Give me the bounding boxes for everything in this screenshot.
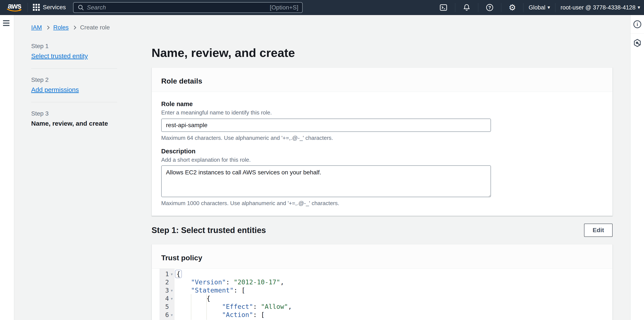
step-link-select-trusted-entity[interactable]: Select trusted entity <box>31 52 88 60</box>
code-line-3[interactable]: "Statement": [ <box>174 286 612 295</box>
gutter-row[interactable]: 1▾ <box>160 270 174 278</box>
code-line-7[interactable]: "sts:AssumeRole" <box>174 319 612 320</box>
chevron-right-icon <box>72 25 76 29</box>
code-line-6[interactable]: "Action": [ <box>174 311 612 319</box>
info-icon: i <box>633 20 642 29</box>
search-input[interactable] <box>87 4 267 11</box>
card-body: Role name Enter a meaningful name to ide… <box>152 92 612 216</box>
edit-button[interactable]: Edit <box>584 224 612 237</box>
step1-section-title: Step 1: Select trusted entities <box>152 224 266 237</box>
breadcrumb-link-iam[interactable]: IAM <box>31 24 42 31</box>
bell-icon <box>462 3 471 11</box>
right-tools-rail: i <box>630 15 644 320</box>
left-navigation-rail <box>0 15 14 320</box>
fold-caret-icon[interactable]: ▾ <box>169 313 174 317</box>
services-grid-icon <box>33 4 40 11</box>
divider <box>31 68 117 68</box>
code-line-5[interactable]: "Effect": "Allow", <box>174 303 612 311</box>
role-name-input[interactable] <box>161 119 491 132</box>
aws-logo[interactable]: aws <box>6 2 22 12</box>
divider <box>501 3 501 12</box>
gutter-row[interactable]: 6▾ <box>160 311 174 319</box>
step-number: Step 2 <box>31 76 117 83</box>
description-constraint: Maximum 1000 characters. Use alphanumeri… <box>161 200 603 207</box>
help-icon: ? <box>486 3 494 11</box>
hexagon-tool-icon <box>633 38 642 47</box>
services-menu[interactable]: Services <box>33 4 66 11</box>
hamburger-menu-icon[interactable] <box>3 20 10 26</box>
aws-smile-icon <box>6 8 22 12</box>
gear-icon: ⚙ <box>508 3 516 11</box>
trust-policy-card: Trust policy 1▾23▾4▾56▾7 { "Version": "2… <box>152 244 612 320</box>
code-line-2[interactable]: "Version": "2012-10-17", <box>174 278 612 286</box>
breadcrumb-current: Create role <box>80 24 110 31</box>
role-details-card: Role details Role name Enter a meaningfu… <box>152 67 612 216</box>
step-current-name-review-create: Name, review, and create <box>31 119 108 128</box>
gutter-row[interactable]: 7 <box>160 319 174 320</box>
card-header: Role details <box>152 68 612 92</box>
cloudshell-terminal-icon <box>439 3 448 12</box>
gutter-row[interactable]: 3▾ <box>160 286 174 295</box>
search-box[interactable]: [Option+S] <box>73 2 303 13</box>
step1-section-header: Step 1: Select trusted entities Edit <box>152 224 612 237</box>
divider <box>28 3 28 12</box>
indent-guide <box>206 295 207 320</box>
gutter-row[interactable]: 2 <box>160 278 174 286</box>
wizard-step-1: Step 1 Select trusted entity <box>31 42 117 60</box>
cloudshell-button[interactable] <box>437 3 450 12</box>
fold-caret-icon[interactable]: ▾ <box>169 288 174 293</box>
gutter-row[interactable]: 5 <box>160 303 174 311</box>
chevron-down-icon: ▼ <box>638 5 640 9</box>
role-name-constraint: Maximum 64 characters. Use alphanumeric … <box>161 134 603 141</box>
description-help: Add a short explanation for this role. <box>161 156 603 163</box>
divider <box>478 3 478 12</box>
account-label: root-user @ 3778-4338-4128 <box>560 4 636 11</box>
tools-panel-button[interactable] <box>630 34 644 52</box>
role-name-field: Role name Enter a meaningful name to ide… <box>161 100 603 141</box>
trust-policy-header: Trust policy <box>161 253 603 262</box>
region-selector[interactable]: Global ▼ <box>528 4 550 11</box>
description-textarea[interactable]: Allows EC2 instances to call AWS service… <box>161 165 491 197</box>
settings-button[interactable]: ⚙ <box>506 3 518 11</box>
editor-margin <box>152 269 160 320</box>
page-title: Name, review, and create <box>152 45 612 60</box>
role-name-label: Role name <box>161 100 603 108</box>
breadcrumb-link-roles[interactable]: Roles <box>53 24 69 31</box>
code-line-1[interactable]: { <box>174 270 612 278</box>
breadcrumb: IAM Roles Create role <box>31 24 110 31</box>
wizard-step-3: Step 3 Name, review, and create <box>31 110 117 128</box>
account-menu[interactable]: root-user @ 3778-4338-4128 ▼ <box>560 4 640 11</box>
card-header: Trust policy <box>152 244 612 269</box>
divider <box>523 3 524 12</box>
help-button[interactable]: ? <box>484 3 496 11</box>
indent-guide <box>191 295 191 320</box>
main-content: Name, review, and create Role details Ro… <box>152 15 612 320</box>
trust-policy-editor[interactable]: 1▾23▾4▾56▾7 { "Version": "2012-10-17", "… <box>152 269 612 320</box>
svg-text:i: i <box>636 22 638 27</box>
trust-policy-code[interactable]: { "Version": "2012-10-17", "Statement": … <box>174 269 612 320</box>
top-nav-right-cluster: ? ⚙ Global ▼ root-user @ 3778-4338-4128 … <box>437 0 640 15</box>
wizard-steps: Step 1 Select trusted entity Step 2 Add … <box>31 42 117 128</box>
wizard-step-2: Step 2 Add permissions <box>31 76 117 94</box>
fold-caret-icon[interactable]: ▾ <box>169 296 174 301</box>
services-label: Services <box>43 4 66 11</box>
divider <box>31 102 117 102</box>
chevron-down-icon: ▼ <box>548 5 550 9</box>
notifications-button[interactable] <box>460 3 473 11</box>
step-number: Step 3 <box>31 110 117 117</box>
divider <box>455 3 455 12</box>
search-icon <box>78 4 84 11</box>
code-line-4[interactable]: { <box>174 295 612 303</box>
top-navigation-bar: aws Services [Option+S] <box>0 0 644 15</box>
info-panel-button[interactable]: i <box>630 15 644 33</box>
role-details-header: Role details <box>161 77 603 85</box>
gutter-row[interactable]: 4▾ <box>160 295 174 303</box>
trust-policy-gutter: 1▾23▾4▾56▾7 <box>160 269 174 320</box>
role-name-help: Enter a meaningful name to identify this… <box>161 109 603 116</box>
step-link-add-permissions[interactable]: Add permissions <box>31 86 79 94</box>
region-label: Global <box>528 4 545 11</box>
fold-caret-icon[interactable]: ▾ <box>169 272 174 276</box>
search-shortcut-hint: [Option+S] <box>270 4 298 11</box>
chevron-right-icon <box>46 25 50 29</box>
step-number: Step 1 <box>31 42 117 50</box>
